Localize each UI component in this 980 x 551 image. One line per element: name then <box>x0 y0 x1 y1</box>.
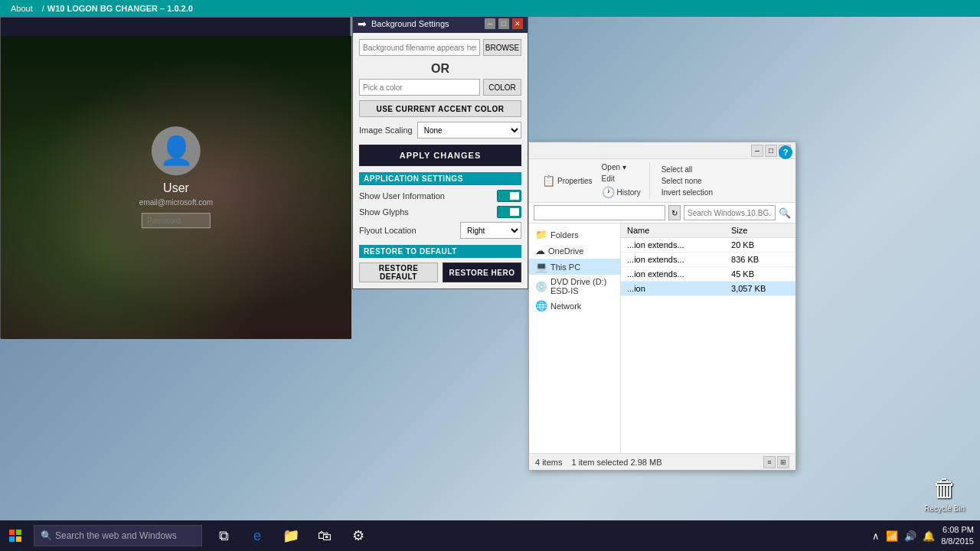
history-icon: 🕐 <box>602 186 615 198</box>
main-app-title: W10 LOGON BG CHANGER – 1.0.2.0 <box>47 4 193 13</box>
sidebar-item-dvd[interactable]: 💿 DVD Drive (D:) ESD-IS <box>529 275 620 298</box>
tray-notification-icon[interactable]: 🔔 <box>923 530 935 542</box>
tray-expand-icon[interactable]: ∧ <box>872 530 880 542</box>
sidebar-thispc-label: This PC <box>550 262 580 272</box>
sidebar-folders-label: Folders <box>550 230 579 240</box>
recycle-bin[interactable]: 🗑 Recycle Bin <box>924 474 965 513</box>
or-divider: OR <box>359 62 521 76</box>
restore-hero-button[interactable]: RESTORE HERO <box>443 262 521 282</box>
taskbar-time[interactable]: 6:08 PM 8/8/2015 <box>941 524 974 548</box>
file-row: BROWSE <box>359 39 521 56</box>
refresh-button[interactable]: ↻ <box>668 205 681 220</box>
image-scaling-select[interactable]: None <box>417 122 521 139</box>
explorer-statusbar: 4 items 1 item selected 2.98 MB ≡ ⊞ <box>529 453 795 470</box>
image-scaling-label: Image Scaling <box>359 126 413 135</box>
taskbar-explorer-btn[interactable]: 📁 <box>276 520 306 551</box>
table-row-selected[interactable]: ...ion 3,057 KB <box>621 282 795 296</box>
invert-selection-button[interactable]: Invert selection <box>659 187 715 197</box>
taskbar-extra-btn[interactable]: ⚙ <box>343 520 374 551</box>
file-table: Name Size ...ion extends... 20 KB ...ion… <box>621 223 795 296</box>
details-view-icon[interactable]: ≡ <box>763 456 776 468</box>
password-input[interactable] <box>142 213 211 228</box>
info-button[interactable]: ? <box>779 145 792 159</box>
edit-label: Edit <box>602 174 615 183</box>
explorer-minimize-btn[interactable]: – <box>751 145 763 157</box>
network-icon: 🌐 <box>535 300 547 311</box>
show-glyphs-toggle[interactable] <box>497 206 521 218</box>
dialog-title-text: Background Settings <box>371 19 449 28</box>
sidebar-item-folders[interactable]: 📁 Folders <box>529 227 620 243</box>
menubar-separator: / <box>39 4 47 13</box>
file-size-2: 836 KB <box>725 253 795 267</box>
explorer-address-bar: ↻ 🔍 <box>529 203 795 223</box>
view-icons: ≡ ⊞ <box>763 456 789 468</box>
bg-settings-titlebar: ➡ Background Settings – □ ✕ <box>353 15 528 33</box>
properties-icon: 📋 <box>542 174 555 187</box>
dialog-minimize-btn[interactable]: – <box>485 18 495 29</box>
tray-volume-icon[interactable]: 🔊 <box>904 530 916 542</box>
sidebar-item-network[interactable]: 🌐 Network <box>529 298 620 314</box>
show-glyphs-label: Show Glyphs <box>359 207 497 217</box>
toggle-inner-2 <box>510 208 519 216</box>
dialog-icon: ➡ <box>358 18 367 30</box>
taskbar-multiview-btn[interactable]: ⧉ <box>208 520 239 551</box>
address-input[interactable] <box>534 205 665 220</box>
about-menu[interactable]: About <box>5 4 39 13</box>
taskbar-ie-btn[interactable]: e <box>242 520 273 551</box>
dialog-maximize-btn[interactable]: □ <box>498 18 509 29</box>
show-user-info-toggle[interactable] <box>497 190 521 202</box>
browse-button[interactable]: BROWSE <box>483 39 521 56</box>
explorer-maximize-btn[interactable]: □ <box>765 145 777 157</box>
file-name-3: ...ion extends... <box>621 267 725 282</box>
taskbar-search[interactable]: 🔍 Search the web and Windows <box>34 525 202 546</box>
select-none-button[interactable]: Select none <box>659 176 715 186</box>
search-input[interactable] <box>684 205 776 220</box>
open-button[interactable]: Open ▾ <box>599 162 643 172</box>
thispc-icon: 💻 <box>535 261 547 272</box>
taskbar-store-btn[interactable]: 🛍 <box>309 520 340 551</box>
apply-changes-button[interactable]: APPLY CHANGES <box>359 145 521 166</box>
accent-color-button[interactable]: USE CURRENT ACCENT COLOR <box>359 100 521 117</box>
table-row[interactable]: ...ion extends... 20 KB <box>621 238 795 253</box>
sidebar-onedrive-label: OneDrive <box>548 246 583 256</box>
color-button[interactable]: COLOR <box>483 79 521 96</box>
svg-rect-0 <box>9 530 15 535</box>
select-none-label: Select none <box>662 177 702 185</box>
sidebar-item-onedrive[interactable]: ☁ OneDrive <box>529 243 620 259</box>
dialog-close-btn[interactable]: ✕ <box>512 18 523 29</box>
flyout-location-select[interactable]: Right <box>460 222 521 239</box>
dialog-title: ➡ Background Settings <box>358 18 485 30</box>
start-button[interactable] <box>0 520 31 551</box>
explorer-sidebar: 📁 Folders ☁ OneDrive 💻 This PC 💿 DVD Dri… <box>529 223 621 459</box>
history-label: History <box>617 188 641 197</box>
table-row[interactable]: ...ion extends... 45 KB <box>621 267 795 282</box>
taskbar: 🔍 Search the web and Windows ⧉ e 📁 🛍 ⚙ ∧… <box>0 520 980 551</box>
edit-button[interactable]: Edit <box>599 174 643 184</box>
user-avatar: 👤 <box>152 126 201 175</box>
tiles-view-icon[interactable]: ⊞ <box>777 456 789 468</box>
explorer-ribbon: 📋 Properties Open ▾ Edit 🕐 History Selec <box>529 159 795 203</box>
items-count: 4 items <box>535 458 562 467</box>
file-name-1: ...ion extends... <box>621 238 725 253</box>
select-all-button[interactable]: Select all <box>659 165 715 174</box>
invert-selection-label: Invert selection <box>662 188 713 197</box>
explorer-titlebar: – □ ✕ <box>529 142 795 159</box>
open-label: Open <box>602 163 620 171</box>
tray-network-icon[interactable]: 📶 <box>886 530 898 542</box>
ribbon-open-section: 📋 Properties Open ▾ Edit 🕐 History <box>534 162 650 199</box>
table-row[interactable]: ...ion extends... 836 KB <box>621 253 795 267</box>
show-glyphs-row: Show Glyphs <box>359 206 521 218</box>
file-input[interactable] <box>359 39 480 56</box>
sidebar-item-thispc[interactable]: 💻 This PC <box>529 259 620 275</box>
restore-btns-row: RESTORE DEFAULT RESTORE HERO <box>359 262 521 282</box>
col-name: Name <box>621 223 725 238</box>
color-input[interactable] <box>359 79 480 96</box>
restore-default-button[interactable]: RESTORE DEFAULT <box>359 262 438 282</box>
select-all-label: Select all <box>662 165 693 174</box>
search-icon[interactable]: 🔍 <box>779 207 791 219</box>
recycle-bin-label: Recycle Bin <box>924 504 965 513</box>
recycle-bin-icon: 🗑 <box>933 474 957 503</box>
history-button[interactable]: 🕐 History <box>599 185 643 199</box>
properties-button[interactable]: 📋 Properties <box>540 162 595 199</box>
properties-label: Properties <box>557 177 593 185</box>
